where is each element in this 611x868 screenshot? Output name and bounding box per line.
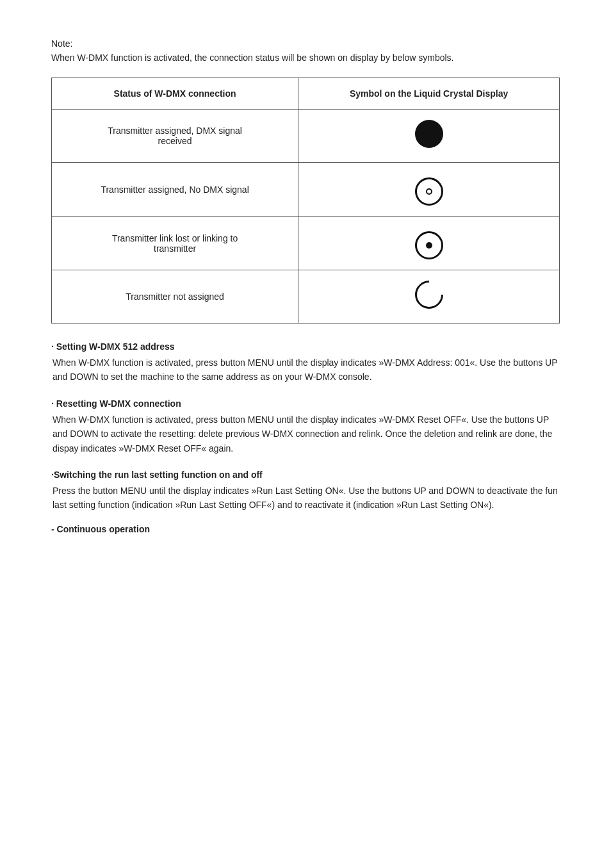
wdmx-status-table: Status of W-DMX connection Symbol on the… [51, 78, 560, 323]
status-text: Transmitter not assigned [52, 270, 298, 323]
note-section: Note: When W-DMX function is activated, … [51, 38, 560, 65]
bullet-dot: · [51, 398, 56, 409]
status-text: Transmitter link lost or linking totrans… [52, 217, 298, 270]
continuous-operation-heading: - Continuous operation [51, 524, 560, 534]
continuous-operation-section: - Continuous operation [51, 524, 560, 534]
symbol-ring-with-dot-cell [298, 217, 560, 270]
col1-header: Status of W-DMX connection [52, 78, 298, 110]
setting-wdmx-text: When W-DMX function is activated, press … [51, 356, 560, 384]
setting-wdmx-section: · Setting W-DMX 512 address When W-DMX f… [51, 341, 560, 384]
symbol-partial-ring-cell [298, 270, 560, 323]
symbol-filled-circle-cell [298, 110, 560, 163]
resetting-wdmx-heading: · Resetting W-DMX connection [51, 398, 560, 409]
resetting-wdmx-section: · Resetting W-DMX connection When W-DMX … [51, 398, 560, 455]
ring-with-dot-icon [415, 231, 443, 259]
switching-run-heading: ·Switching the run last setting function… [51, 470, 560, 480]
status-text: Transmitter assigned, No DMX signal [52, 163, 298, 217]
table-row: Transmitter not assigned [52, 270, 560, 323]
switching-run-text: Press the button MENU until the display … [51, 484, 560, 512]
note-label: Note: [51, 38, 560, 49]
note-text: When W-DMX function is activated, the co… [51, 53, 453, 63]
table-row: Transmitter link lost or linking totrans… [52, 217, 560, 270]
col2-header: Symbol on the Liquid Crystal Display [298, 78, 560, 110]
inner-dot-icon [426, 242, 432, 249]
status-text: Transmitter assigned, DMX signalreceived [52, 110, 298, 163]
bullet-dot: · [51, 341, 56, 352]
partial-ring-icon [409, 275, 448, 315]
symbol-ring-dot-cell [298, 163, 560, 217]
switching-run-section: ·Switching the run last setting function… [51, 470, 560, 512]
resetting-wdmx-text: When W-DMX function is activated, press … [51, 413, 560, 455]
ring-outer-icon [415, 177, 443, 206]
setting-wdmx-heading: · Setting W-DMX 512 address [51, 341, 560, 352]
table-row: Transmitter assigned, DMX signalreceived [52, 110, 560, 163]
filled-circle-icon [415, 120, 443, 148]
table-row: Transmitter assigned, No DMX signal [52, 163, 560, 217]
